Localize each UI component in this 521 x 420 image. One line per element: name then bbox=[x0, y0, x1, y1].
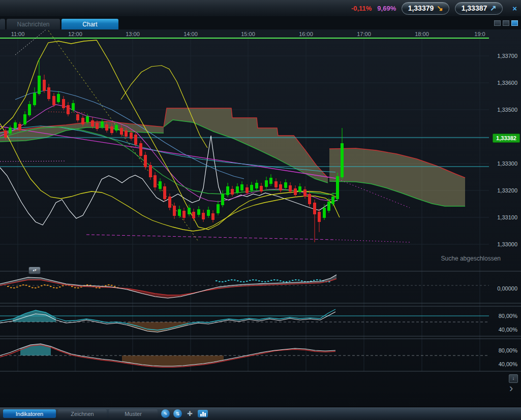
buy-price: 1,33387 bbox=[462, 4, 487, 12]
up-arrow-icon: ↗ bbox=[490, 4, 497, 13]
crosshair-glyph: ✚ bbox=[187, 410, 193, 417]
tab-bar: Nachrichten Chart bbox=[0, 16, 521, 29]
change-percent: -0,11% bbox=[351, 5, 372, 12]
status-text: Suche abgeschlossen bbox=[441, 255, 501, 262]
header-bar: -0,11% 9,69% 1,33379 ↘ 1,33387 ↗ × bbox=[0, 0, 521, 17]
chart-background bbox=[0, 29, 521, 407]
crosshair-icon[interactable]: ✚ bbox=[186, 409, 194, 418]
tab-chart[interactable]: Chart bbox=[62, 19, 118, 29]
layout-icon-1[interactable] bbox=[494, 20, 501, 26]
chart-columns-icon[interactable] bbox=[198, 410, 208, 417]
layout-icon-2[interactable] bbox=[503, 20, 509, 26]
bottom-toolbar: Indikatoren Zeichnen Muster ✎ ⇅ ✚ bbox=[0, 407, 521, 420]
updown-glyph: ⇅ bbox=[176, 411, 180, 416]
pencil-icon[interactable]: ✎ bbox=[161, 409, 170, 418]
window-icons bbox=[494, 20, 518, 26]
buy-price-button[interactable]: 1,33387 ↗ bbox=[455, 2, 503, 15]
zeichnen-button[interactable]: Zeichnen bbox=[58, 409, 107, 418]
tab-nachrichten[interactable]: Nachrichten bbox=[7, 19, 60, 29]
panel-collapse-handle[interactable]: ▴▾ bbox=[28, 267, 41, 274]
updown-arrows-icon[interactable]: ⇅ bbox=[173, 409, 182, 418]
down-arrow-icon: ↘ bbox=[437, 4, 443, 13]
sell-price-button[interactable]: 1,33379 ↘ bbox=[402, 2, 449, 15]
close-icon[interactable]: × bbox=[512, 4, 517, 13]
muster-button[interactable]: Muster bbox=[109, 409, 158, 418]
indikatoren-button[interactable]: Indikatoren bbox=[3, 409, 56, 418]
price-chart[interactable] bbox=[0, 0, 521, 420]
header-quote-cluster: -0,11% 9,69% 1,33379 ↘ 1,33387 ↗ × bbox=[351, 0, 517, 16]
expand-chevron-icon[interactable]: › bbox=[509, 382, 513, 395]
sell-price: 1,33379 bbox=[408, 4, 434, 12]
tab-stub[interactable] bbox=[0, 19, 5, 29]
layout-icon-3[interactable] bbox=[511, 20, 518, 26]
pencil-glyph: ✎ bbox=[164, 411, 168, 416]
secondary-percent: 9,69% bbox=[377, 5, 396, 12]
